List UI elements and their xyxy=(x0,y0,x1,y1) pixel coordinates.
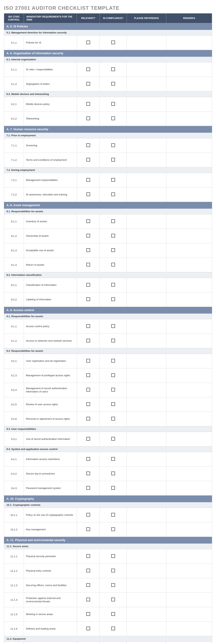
remarks-cell[interactable] xyxy=(166,452,212,466)
reference-cell[interactable] xyxy=(127,354,166,368)
relevant-checkbox[interactable] xyxy=(86,388,90,392)
relevant-checkbox[interactable] xyxy=(86,298,90,301)
compliance-checkbox[interactable] xyxy=(111,248,115,252)
remarks-cell[interactable] xyxy=(166,173,212,188)
remarks-cell[interactable] xyxy=(166,564,212,578)
reference-cell[interactable] xyxy=(127,452,166,466)
compliance-checkbox[interactable] xyxy=(111,626,115,630)
remarks-cell[interactable] xyxy=(166,243,212,258)
relevant-checkbox[interactable] xyxy=(86,612,90,616)
compliance-checkbox[interactable] xyxy=(111,486,115,490)
compliance-checkbox[interactable] xyxy=(111,82,115,86)
reference-cell[interactable] xyxy=(127,432,166,446)
remarks-cell[interactable] xyxy=(166,97,212,112)
relevant-checkbox[interactable] xyxy=(86,40,90,44)
reference-cell[interactable] xyxy=(127,258,166,272)
reference-cell[interactable] xyxy=(127,214,166,229)
reference-cell[interactable] xyxy=(127,62,166,77)
relevant-checkbox[interactable] xyxy=(86,598,90,601)
remarks-cell[interactable] xyxy=(166,214,212,229)
reference-cell[interactable] xyxy=(127,549,166,564)
remarks-cell[interactable] xyxy=(166,62,212,77)
reference-cell[interactable] xyxy=(127,138,166,153)
remarks-cell[interactable] xyxy=(166,412,212,426)
relevant-checkbox[interactable] xyxy=(86,339,90,342)
reference-cell[interactable] xyxy=(127,607,166,622)
compliance-checkbox[interactable] xyxy=(111,373,115,377)
compliance-checkbox[interactable] xyxy=(111,68,115,71)
remarks-cell[interactable] xyxy=(166,383,212,397)
remarks-cell[interactable] xyxy=(166,578,212,593)
reference-cell[interactable] xyxy=(127,383,166,397)
compliance-checkbox[interactable] xyxy=(111,298,115,301)
compliance-checkbox[interactable] xyxy=(111,283,115,286)
reference-cell[interactable] xyxy=(127,397,166,412)
reference-cell[interactable] xyxy=(127,368,166,383)
relevant-checkbox[interactable] xyxy=(86,192,90,196)
remarks-cell[interactable] xyxy=(166,153,212,167)
relevant-checkbox[interactable] xyxy=(86,248,90,252)
relevant-checkbox[interactable] xyxy=(86,143,90,147)
compliance-checkbox[interactable] xyxy=(111,554,115,558)
relevant-checkbox[interactable] xyxy=(86,68,90,71)
compliance-checkbox[interactable] xyxy=(111,583,115,587)
compliance-checkbox[interactable] xyxy=(111,339,115,342)
reference-cell[interactable] xyxy=(127,522,166,537)
compliance-checkbox[interactable] xyxy=(111,388,115,392)
compliance-checkbox[interactable] xyxy=(111,612,115,616)
compliance-checkbox[interactable] xyxy=(111,263,115,266)
relevant-checkbox[interactable] xyxy=(86,283,90,286)
reference-cell[interactable] xyxy=(127,77,166,91)
relevant-checkbox[interactable] xyxy=(86,417,90,420)
reference-cell[interactable] xyxy=(127,622,166,636)
compliance-checkbox[interactable] xyxy=(111,527,115,531)
relevant-checkbox[interactable] xyxy=(86,234,90,238)
reference-cell[interactable] xyxy=(127,36,166,50)
remarks-cell[interactable] xyxy=(166,432,212,446)
reference-cell[interactable] xyxy=(127,593,166,607)
remarks-cell[interactable] xyxy=(166,188,212,202)
compliance-checkbox[interactable] xyxy=(111,158,115,162)
remarks-cell[interactable] xyxy=(166,292,212,307)
remarks-cell[interactable] xyxy=(166,593,212,607)
reference-cell[interactable] xyxy=(127,578,166,593)
remarks-cell[interactable] xyxy=(166,258,212,272)
relevant-checkbox[interactable] xyxy=(86,402,90,406)
reference-cell[interactable] xyxy=(127,278,166,292)
compliance-checkbox[interactable] xyxy=(111,40,115,44)
relevant-checkbox[interactable] xyxy=(86,82,90,86)
relevant-checkbox[interactable] xyxy=(86,583,90,587)
reference-cell[interactable] xyxy=(127,412,166,426)
relevant-checkbox[interactable] xyxy=(86,102,90,106)
remarks-cell[interactable] xyxy=(166,112,212,126)
relevant-checkbox[interactable] xyxy=(86,569,90,572)
remarks-cell[interactable] xyxy=(166,642,212,644)
compliance-checkbox[interactable] xyxy=(111,234,115,238)
remarks-cell[interactable] xyxy=(166,354,212,368)
relevant-checkbox[interactable] xyxy=(86,359,90,362)
compliance-checkbox[interactable] xyxy=(111,359,115,362)
relevant-checkbox[interactable] xyxy=(86,437,90,440)
remarks-cell[interactable] xyxy=(166,466,212,481)
remarks-cell[interactable] xyxy=(166,368,212,383)
remarks-cell[interactable] xyxy=(166,508,212,522)
reference-cell[interactable] xyxy=(127,334,166,348)
relevant-checkbox[interactable] xyxy=(86,158,90,162)
remarks-cell[interactable] xyxy=(166,278,212,292)
compliance-checkbox[interactable] xyxy=(111,324,115,328)
remarks-cell[interactable] xyxy=(166,622,212,636)
reference-cell[interactable] xyxy=(127,243,166,258)
relevant-checkbox[interactable] xyxy=(86,554,90,558)
reference-cell[interactable] xyxy=(127,564,166,578)
reference-cell[interactable] xyxy=(127,112,166,126)
remarks-cell[interactable] xyxy=(166,319,212,334)
compliance-checkbox[interactable] xyxy=(111,457,115,461)
remarks-cell[interactable] xyxy=(166,334,212,348)
reference-cell[interactable] xyxy=(127,642,166,644)
remarks-cell[interactable] xyxy=(166,397,212,412)
reference-cell[interactable] xyxy=(127,97,166,112)
remarks-cell[interactable] xyxy=(166,481,212,496)
reference-cell[interactable] xyxy=(127,153,166,167)
compliance-checkbox[interactable] xyxy=(111,143,115,147)
compliance-checkbox[interactable] xyxy=(111,219,115,223)
